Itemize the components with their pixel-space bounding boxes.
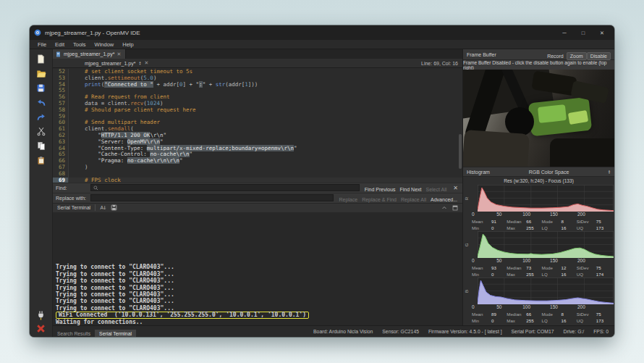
editor-column: mjpeg_streamer_1.py* ✕ mjpeg_streamer_1.… [53, 49, 463, 325]
terminal-line: Trying to connect to "CLARO403"... [56, 271, 459, 278]
serial-terminal-header: Serial Terminal A [53, 203, 462, 212]
redo-icon[interactable] [35, 112, 47, 122]
frame-buffer-image [463, 70, 614, 167]
channel-label-r: R [465, 196, 469, 199]
code-line-58: 58 # Should parse client request here [53, 107, 462, 114]
colorspace-spinner-icon[interactable]: ▲▼ [608, 170, 611, 174]
open-file-icon[interactable] [35, 68, 47, 79]
right-panel: Frame Buffer RecordZoomDisable Frame Buf… [463, 49, 614, 325]
file-tab-bar: mjpeg_streamer_1.py* ✕ [53, 49, 462, 59]
terminal-line: Trying to connect to "CLARO403"... [56, 264, 459, 270]
histogram-b-chart [478, 278, 614, 304]
status-board: Board: Arduino Nicla Vision [313, 329, 373, 334]
menu-edit[interactable]: Edit [51, 41, 68, 49]
titlebar[interactable]: mjpeg_streamer_1.py - OpenMV IDE –☐✕ [30, 25, 614, 40]
stat-median: Median73 [507, 264, 541, 271]
record-button[interactable]: Record [544, 53, 567, 59]
histogram-r-chart [478, 185, 614, 212]
collapse-icon[interactable] [441, 205, 447, 211]
save-file-icon[interactable] [35, 83, 47, 93]
close-button[interactable]: ✕ [594, 27, 610, 38]
histogram-stats: Mean89Median66Mode8StDev75Min0Max255LQ16… [472, 311, 611, 324]
stat-mode: Mode8 [542, 311, 577, 317]
histogram-title: Histogram [467, 170, 490, 175]
histogram-x-ticks: 050100150200 [472, 304, 611, 310]
new-file-icon[interactable] [35, 54, 47, 64]
left-toolbar [30, 49, 53, 337]
openmv-ide-window: mjpeg_streamer_1.py - OpenMV IDE –☐✕ Fil… [30, 25, 614, 337]
file-icon [56, 51, 62, 57]
replace-button: Replace [336, 197, 360, 202]
stat-mean: Mean93 [472, 264, 507, 271]
colorspace-dropdown[interactable]: RGB Color Space [490, 170, 608, 175]
terminal-line-wifi-connected: WiFi Connected ('10.0.0.131', '255.255.2… [56, 312, 459, 318]
stat-uq: UQ174 [577, 271, 611, 278]
frame-buffer-title: Frame Buffer [467, 52, 496, 57]
connect-icon[interactable] [35, 310, 47, 321]
minimize-button[interactable]: – [556, 27, 572, 38]
replace-bar: Replace with: ReplaceReplace & FindRepla… [53, 193, 462, 203]
find-close-icon[interactable]: ✕ [452, 185, 459, 191]
stat-mode: Mode8 [542, 218, 577, 225]
histogram-x-ticks: 050100150200 [472, 212, 611, 217]
histogram-stats: Mean91Median66Mode8StDev75Min0Max255LQ16… [472, 218, 611, 231]
tab-mjpeg-streamer[interactable]: mjpeg_streamer_1.py* ✕ [53, 49, 126, 59]
code-line-54: 54 print("Connected to " + addr[0] + ":"… [53, 82, 462, 88]
status-firmware-version: Firmware Version: 4.5.0 - [ latest ] [428, 329, 502, 334]
frame-buffer-disabled-message: Frame Buffer Disabled - click the disabl… [463, 60, 614, 70]
save-log-icon[interactable] [111, 204, 117, 211]
tab-close-icon[interactable]: ✕ [116, 51, 121, 57]
document-close-icon[interactable]: ✕ [144, 60, 148, 66]
undo-icon[interactable] [35, 97, 47, 108]
document-selector[interactable]: mjpeg_streamer_1.py* [85, 61, 135, 66]
menu-file[interactable]: File [34, 41, 50, 49]
maximize-button[interactable]: ☐ [575, 27, 591, 38]
terminal-line: Trying to connect to "CLARO403"... [56, 285, 459, 291]
desktop: mjpeg_streamer_1.py - OpenMV IDE –☐✕ Fil… [0, 0, 644, 363]
find-input[interactable] [90, 184, 360, 191]
stat-stdev: StDev75 [577, 311, 611, 317]
app-icon [34, 29, 41, 36]
replace-find-button: Replace & Find [360, 197, 399, 202]
search-icon [93, 185, 98, 191]
menu-bar: FileEditToolsWindowHelp [30, 40, 614, 49]
copy-icon[interactable] [35, 141, 47, 151]
zoom-button[interactable]: Zoom [567, 52, 587, 60]
cut-icon[interactable] [35, 126, 47, 137]
status-serial-port: Serial Port: COM17 [512, 329, 554, 334]
paste-icon[interactable] [35, 155, 47, 166]
terminal-line: Trying to connect to "CLARO403"... [56, 305, 459, 312]
stat-max: Max255 [507, 271, 541, 278]
resolution-label: Res (w:320, h:240) - Focus (133) [463, 177, 614, 185]
status-tab-serial-terminal[interactable]: Serial Terminal [95, 330, 136, 338]
code-line-69: 69 # FPS clock [53, 178, 462, 183]
replace-input[interactable] [90, 194, 334, 201]
histogram-r-channel: R050100150200Mean91Median66Mode8StDev75M… [463, 185, 614, 231]
divider [95, 204, 96, 211]
menu-window[interactable]: Window [91, 41, 118, 49]
stat-min: Min0 [472, 271, 507, 278]
terminal-line: Trying to connect to "CLARO403"... [56, 278, 459, 284]
menu-help[interactable]: Help [119, 41, 137, 49]
popout-icon[interactable] [452, 205, 458, 211]
cursor-position: Line: 69, Col: 16 [421, 61, 458, 66]
disconnect-icon[interactable] [35, 323, 47, 334]
disable-button[interactable]: Disable [587, 52, 611, 60]
status-fps: FPS: 0 [593, 329, 609, 334]
document-header: mjpeg_streamer_1.py* ▲▼ ✕ Line: 69, Col:… [53, 59, 462, 68]
status-sensor: Sensor: GC2145 [382, 329, 419, 334]
histogram-b-channel: B050100150200Mean89Median66Mode8StDev75M… [463, 278, 614, 324]
menu-tools[interactable]: Tools [69, 41, 90, 49]
stat-min: Min0 [472, 317, 507, 324]
serial-terminal-output[interactable]: Trying to connect to "CLARO403"...Trying… [53, 212, 462, 326]
stat-median: Median66 [507, 311, 541, 317]
document-spinner-icon[interactable]: ▲▼ [138, 61, 141, 65]
editor-scrollbar[interactable] [459, 134, 462, 168]
stat-max: Max255 [507, 317, 541, 324]
code-editor[interactable]: 52 # set client socket timeout to 5s53 c… [53, 68, 462, 183]
status-tab-search-results[interactable]: Search Results [53, 330, 95, 338]
advanced--button[interactable]: Advanced... [428, 197, 459, 202]
stat-mode: Mode12 [542, 264, 577, 271]
status-drive: Drive: G:/ [564, 329, 585, 334]
text-size-icon[interactable]: A [100, 204, 106, 211]
